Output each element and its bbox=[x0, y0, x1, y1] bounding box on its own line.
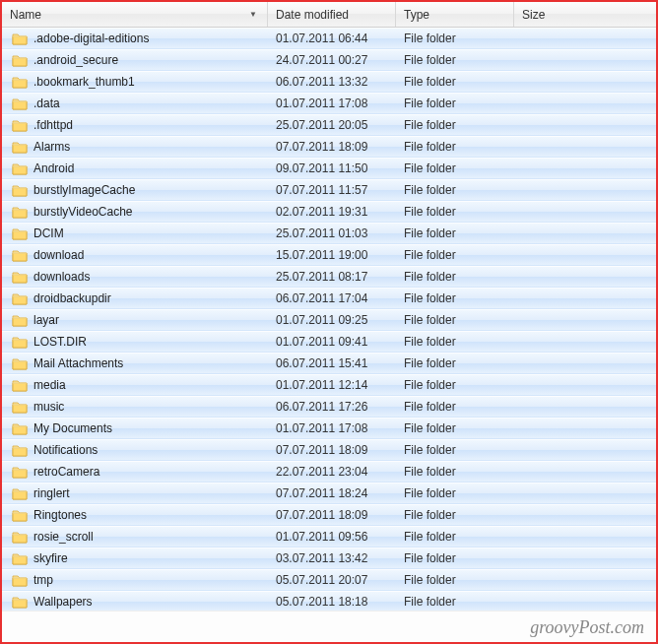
folder-icon bbox=[12, 248, 28, 262]
folder-icon bbox=[12, 595, 28, 609]
file-row[interactable]: Ringtones07.07.2011 18:09File folder bbox=[2, 504, 656, 526]
file-name-cell: media bbox=[2, 378, 268, 392]
file-date-cell: 09.07.2011 11:50 bbox=[268, 161, 396, 175]
file-name-label: My Documents bbox=[33, 421, 112, 435]
file-row[interactable]: burstlyImageCache07.07.2011 11:57File fo… bbox=[2, 179, 656, 201]
file-row[interactable]: Alarms07.07.2011 18:09File folder bbox=[2, 136, 656, 158]
folder-icon bbox=[12, 270, 28, 284]
column-header-size[interactable]: Size bbox=[514, 2, 656, 27]
folder-icon bbox=[12, 97, 28, 110]
file-type-cell: File folder bbox=[396, 530, 514, 544]
file-type-cell: File folder bbox=[396, 335, 514, 349]
file-name-cell: Notifications bbox=[2, 443, 268, 457]
file-date-cell: 25.07.2011 08:17 bbox=[268, 270, 396, 284]
file-date-cell: 06.07.2011 13:32 bbox=[268, 75, 396, 89]
file-date-cell: 01.07.2011 06:44 bbox=[268, 32, 396, 45]
sort-indicator-icon: ▼ bbox=[249, 10, 257, 19]
file-row[interactable]: ringlert07.07.2011 18:24File folder bbox=[2, 483, 656, 504]
file-date-cell: 07.07.2011 18:09 bbox=[268, 443, 396, 457]
file-date-cell: 07.07.2011 18:09 bbox=[268, 140, 396, 154]
file-date-cell: 01.07.2011 12:14 bbox=[268, 378, 396, 392]
column-header-row: Name ▼ Date modified Type Size bbox=[2, 2, 656, 28]
file-name-label: layar bbox=[33, 313, 59, 327]
folder-icon bbox=[12, 400, 28, 414]
file-row[interactable]: retroCamera22.07.2011 23:04File folder bbox=[2, 461, 656, 483]
file-name-label: Notifications bbox=[33, 443, 98, 457]
file-row[interactable]: Notifications07.07.2011 18:09File folder bbox=[2, 439, 656, 461]
file-row[interactable]: DCIM25.07.2011 01:03File folder bbox=[2, 223, 656, 244]
file-name-cell: download bbox=[2, 248, 268, 262]
file-list[interactable]: .adobe-digital-editions01.07.2011 06:44F… bbox=[2, 28, 656, 611]
file-name-cell: .adobe-digital-editions bbox=[2, 32, 268, 45]
folder-icon bbox=[12, 205, 28, 219]
file-row[interactable]: Android09.07.2011 11:50File folder bbox=[2, 158, 656, 179]
folder-icon bbox=[12, 335, 28, 349]
file-type-cell: File folder bbox=[396, 270, 514, 284]
file-date-cell: 24.07.2011 00:27 bbox=[268, 53, 396, 67]
file-name-label: Wallpapers bbox=[33, 595, 93, 609]
file-name-label: Ringtones bbox=[33, 508, 87, 522]
column-header-name[interactable]: Name ▼ bbox=[2, 2, 268, 27]
file-name-cell: Alarms bbox=[2, 140, 268, 154]
file-row[interactable]: .fdhttpd25.07.2011 20:05File folder bbox=[2, 114, 656, 136]
file-name-label: rosie_scroll bbox=[33, 530, 94, 544]
file-name-label: .data bbox=[33, 97, 60, 110]
column-header-date-label: Date modified bbox=[276, 8, 349, 22]
file-row[interactable]: Wallpapers05.07.2011 18:18File folder bbox=[2, 591, 656, 611]
file-name-label: Mail Attachments bbox=[33, 356, 123, 370]
file-date-cell: 06.07.2011 15:41 bbox=[268, 356, 396, 370]
file-type-cell: File folder bbox=[396, 443, 514, 457]
file-name-cell: music bbox=[2, 400, 268, 414]
file-date-cell: 15.07.2011 19:00 bbox=[268, 248, 396, 262]
file-date-cell: 25.07.2011 01:03 bbox=[268, 226, 396, 240]
file-row[interactable]: download15.07.2011 19:00File folder bbox=[2, 244, 656, 266]
folder-icon bbox=[12, 53, 28, 67]
file-row[interactable]: Mail Attachments06.07.2011 15:41File fol… bbox=[2, 353, 656, 374]
file-row[interactable]: skyfire03.07.2011 13:42File folder bbox=[2, 547, 656, 569]
file-name-cell: burstlyVideoCache bbox=[2, 205, 268, 219]
file-date-cell: 07.07.2011 18:09 bbox=[268, 508, 396, 522]
file-type-cell: File folder bbox=[396, 118, 514, 132]
watermark: groovyPost.com bbox=[2, 611, 656, 642]
file-date-cell: 01.07.2011 09:25 bbox=[268, 313, 396, 327]
file-row[interactable]: burstlyVideoCache02.07.2011 19:31File fo… bbox=[2, 201, 656, 223]
file-name-label: .adobe-digital-editions bbox=[33, 32, 149, 45]
file-type-cell: File folder bbox=[396, 53, 514, 67]
file-row[interactable]: .bookmark_thumb106.07.2011 13:32File fol… bbox=[2, 71, 656, 93]
file-type-cell: File folder bbox=[396, 248, 514, 262]
file-row[interactable]: layar01.07.2011 09:25File folder bbox=[2, 309, 656, 331]
file-row[interactable]: My Documents01.07.2011 17:08File folder bbox=[2, 418, 656, 439]
file-date-cell: 05.07.2011 18:18 bbox=[268, 595, 396, 609]
file-type-cell: File folder bbox=[396, 508, 514, 522]
file-row[interactable]: droidbackupdir06.07.2011 17:04File folde… bbox=[2, 288, 656, 309]
column-header-date[interactable]: Date modified bbox=[268, 2, 396, 27]
file-date-cell: 22.07.2011 23:04 bbox=[268, 465, 396, 479]
file-name-label: Alarms bbox=[33, 140, 70, 154]
file-row[interactable]: LOST.DIR01.07.2011 09:41File folder bbox=[2, 331, 656, 353]
file-name-cell: tmp bbox=[2, 573, 268, 587]
file-row[interactable]: media01.07.2011 12:14File folder bbox=[2, 374, 656, 396]
column-header-type[interactable]: Type bbox=[396, 2, 514, 27]
file-name-cell: .bookmark_thumb1 bbox=[2, 75, 268, 89]
file-name-cell: .fdhttpd bbox=[2, 118, 268, 132]
file-row[interactable]: downloads25.07.2011 08:17File folder bbox=[2, 266, 656, 288]
file-name-cell: ringlert bbox=[2, 486, 268, 500]
file-row[interactable]: .data01.07.2011 17:08File folder bbox=[2, 93, 656, 114]
file-row[interactable]: rosie_scroll01.07.2011 09:56File folder bbox=[2, 526, 656, 547]
file-row[interactable]: music06.07.2011 17:26File folder bbox=[2, 396, 656, 418]
file-type-cell: File folder bbox=[396, 378, 514, 392]
folder-icon bbox=[12, 226, 28, 240]
file-name-label: .android_secure bbox=[33, 53, 118, 67]
file-type-cell: File folder bbox=[396, 573, 514, 587]
folder-icon bbox=[12, 291, 28, 305]
file-name-label: droidbackupdir bbox=[33, 291, 111, 305]
file-name-label: tmp bbox=[33, 573, 53, 587]
file-type-cell: File folder bbox=[396, 291, 514, 305]
file-row[interactable]: .adobe-digital-editions01.07.2011 06:44F… bbox=[2, 28, 656, 49]
file-row[interactable]: .android_secure24.07.2011 00:27File fold… bbox=[2, 49, 656, 71]
file-row[interactable]: tmp05.07.2011 20:07File folder bbox=[2, 569, 656, 591]
file-date-cell: 06.07.2011 17:26 bbox=[268, 400, 396, 414]
file-date-cell: 06.07.2011 17:04 bbox=[268, 291, 396, 305]
folder-icon bbox=[12, 573, 28, 587]
folder-icon bbox=[12, 508, 28, 522]
